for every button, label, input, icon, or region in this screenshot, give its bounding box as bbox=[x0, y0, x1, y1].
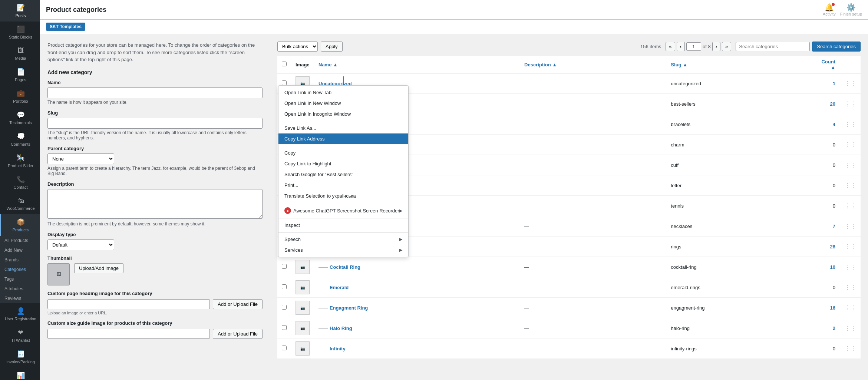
row-checkbox[interactable] bbox=[282, 305, 287, 310]
context-menu-item-copy-link-address[interactable]: Copy Link Address bbox=[278, 133, 408, 144]
category-link[interactable]: Emerald bbox=[330, 285, 349, 290]
size-guide-input[interactable] bbox=[47, 329, 210, 339]
row-drag-handle[interactable]: ⋮⋮ bbox=[840, 175, 861, 196]
count-link[interactable]: 16 bbox=[830, 305, 835, 311]
category-link[interactable]: Infinity bbox=[330, 346, 346, 351]
sidebar-item-ti-wishlist[interactable]: ❤ TI Wishlist bbox=[0, 325, 40, 346]
slug-input[interactable] bbox=[47, 118, 263, 129]
row-drag-handle[interactable]: ⋮⋮ bbox=[840, 338, 861, 359]
row-drag-handle[interactable]: ⋮⋮ bbox=[840, 237, 861, 257]
submenu-categories[interactable]: Categories bbox=[0, 265, 40, 274]
sidebar-item-comments[interactable]: 💭 Comments bbox=[0, 129, 40, 150]
last-page-btn[interactable]: » bbox=[722, 42, 731, 51]
sidebar-item-portfolio[interactable]: 💼 Portfolio bbox=[0, 86, 40, 107]
row-checkbox[interactable] bbox=[282, 346, 287, 350]
context-menu-item-awesome-chatgpt[interactable]: ●Awesome ChatGPT Screenshot Screen Recor… bbox=[278, 205, 408, 217]
sidebar-item-contact[interactable]: 📞 Contact bbox=[0, 172, 40, 193]
add-file-button-2[interactable]: Add or Upload File bbox=[213, 329, 263, 339]
row-drag-handle[interactable]: ⋮⋮ bbox=[840, 318, 861, 338]
count-link[interactable]: 4 bbox=[833, 122, 835, 127]
row-drag-handle[interactable]: ⋮⋮ bbox=[840, 155, 861, 175]
category-link[interactable]: Halo Ring bbox=[330, 326, 352, 331]
prev-page-btn[interactable]: ‹ bbox=[677, 42, 685, 51]
count-sort-link[interactable]: Count ▲ bbox=[821, 59, 835, 70]
row-drag-handle[interactable]: ⋮⋮ bbox=[840, 277, 861, 298]
display-type-select[interactable]: Default bbox=[47, 239, 114, 250]
row-checkbox[interactable] bbox=[282, 325, 287, 330]
col-header-name[interactable]: Name ▲ bbox=[314, 56, 520, 73]
row-drag-handle[interactable]: ⋮⋮ bbox=[840, 257, 861, 277]
add-file-button[interactable]: Add or Upload File bbox=[213, 299, 263, 309]
name-input[interactable] bbox=[47, 87, 263, 98]
sidebar-item-woocommerce[interactable]: 🛍 WooCommerce bbox=[0, 193, 40, 214]
submenu-attributes[interactable]: Attributes bbox=[0, 284, 40, 294]
row-checkbox[interactable] bbox=[282, 80, 287, 85]
sidebar-item-media[interactable]: 🖼 Media bbox=[0, 43, 40, 64]
sidebar-item-product-slider[interactable]: 🎠 Product Slider bbox=[0, 150, 40, 172]
upload-image-button[interactable]: Upload/Add image bbox=[74, 263, 123, 273]
row-drag-handle[interactable]: ⋮⋮ bbox=[840, 135, 861, 155]
sidebar-item-user-registration[interactable]: 👤 User Registration bbox=[0, 303, 40, 325]
row-drag-handle[interactable]: ⋮⋮ bbox=[840, 216, 861, 237]
count-link[interactable]: 1 bbox=[833, 81, 835, 86]
row-checkbox[interactable] bbox=[282, 264, 287, 269]
search-button[interactable]: Search categories bbox=[812, 42, 861, 52]
context-menu-item-open-new-window[interactable]: Open Link in New Window bbox=[278, 98, 408, 109]
col-header-slug[interactable]: Slug ▲ bbox=[666, 56, 817, 73]
select-all-checkbox[interactable] bbox=[282, 62, 287, 66]
row-drag-handle[interactable]: ⋮⋮ bbox=[840, 114, 861, 135]
context-menu-item-translate[interactable]: Translate Selection to українська bbox=[278, 191, 408, 201]
sidebar-item-analytics[interactable]: 📊 Analytics bbox=[0, 368, 40, 380]
context-menu-item-speech[interactable]: Speech▶ bbox=[278, 234, 408, 245]
count-link[interactable]: 2 bbox=[833, 326, 835, 331]
row-checkbox[interactable] bbox=[282, 284, 287, 289]
col-header-count[interactable]: Count ▲ bbox=[817, 56, 840, 73]
count-link[interactable]: 28 bbox=[830, 244, 835, 250]
next-page-btn[interactable]: › bbox=[712, 42, 720, 51]
context-menu-item-copy-link-to-highlight[interactable]: Copy Link to Highlight bbox=[278, 158, 408, 169]
sidebar-item-static-blocks[interactable]: ⬛ Static Blocks bbox=[0, 22, 40, 43]
name-sort-link[interactable]: Name ▲ bbox=[319, 62, 338, 67]
count-link[interactable]: 7 bbox=[833, 224, 835, 229]
context-menu-item-print[interactable]: Print... bbox=[278, 180, 408, 191]
search-input[interactable] bbox=[736, 42, 810, 51]
page-input[interactable] bbox=[686, 42, 701, 51]
bulk-actions-select[interactable]: Bulk actions bbox=[277, 42, 318, 52]
sidebar-item-products[interactable]: 📦 Products bbox=[0, 214, 40, 236]
row-drag-handle[interactable]: ⋮⋮ bbox=[840, 298, 861, 318]
context-menu-item-copy[interactable]: Copy bbox=[278, 148, 408, 158]
context-menu-item-search-google[interactable]: Search Google for "Best sellers" bbox=[278, 169, 408, 180]
sidebar-item-posts[interactable]: 📝 Posts bbox=[0, 0, 40, 22]
submenu-add-new[interactable]: Add New bbox=[0, 245, 40, 255]
submenu-reviews[interactable]: Reviews bbox=[0, 294, 40, 303]
custom-img-input[interactable] bbox=[47, 299, 210, 309]
apply-button[interactable]: Apply bbox=[321, 42, 343, 52]
category-link[interactable]: Cocktail Ring bbox=[330, 264, 360, 270]
submenu-brands[interactable]: Brands bbox=[0, 255, 40, 265]
context-menu-item-inspect[interactable]: Inspect bbox=[278, 220, 408, 231]
context-menu-item-services[interactable]: Services▶ bbox=[278, 245, 408, 255]
first-page-btn[interactable]: « bbox=[666, 42, 675, 51]
activity-button[interactable]: 🔔 Activity bbox=[823, 3, 836, 16]
category-link[interactable]: Engagment Ring bbox=[330, 305, 368, 311]
context-menu-item-open-incognito[interactable]: Open Link in Incognito Window bbox=[278, 109, 408, 119]
parent-select[interactable]: None bbox=[47, 153, 114, 164]
row-drag-handle[interactable]: ⋮⋮ bbox=[840, 94, 861, 114]
sidebar-item-testimonials[interactable]: 💬 Testimonials bbox=[0, 107, 40, 129]
context-menu-item-open-new-tab[interactable]: Open Link in New Tab bbox=[278, 87, 408, 98]
count-link[interactable]: 20 bbox=[830, 101, 835, 107]
sidebar-item-invoice-packing[interactable]: 🧾 Invoice/Packing bbox=[0, 346, 40, 368]
slug-sort-link[interactable]: Slug ▲ bbox=[671, 62, 687, 67]
sidebar-item-pages[interactable]: 📄 Pages bbox=[0, 64, 40, 86]
finish-setup-button[interactable]: ⚙️ Finish setup bbox=[840, 3, 862, 16]
col-header-description[interactable]: Description ▲ bbox=[520, 56, 666, 73]
desc-sort-link[interactable]: Description ▲ bbox=[524, 62, 557, 67]
description-textarea[interactable] bbox=[47, 189, 263, 219]
submenu-all-products[interactable]: All Products bbox=[0, 236, 40, 245]
count-link[interactable]: 10 bbox=[830, 264, 835, 270]
submenu-tags[interactable]: Tags bbox=[0, 274, 40, 284]
context-menu-item-save-link-as[interactable]: Save Link As... bbox=[278, 123, 408, 133]
row-drag-handle[interactable]: ⋮⋮ bbox=[840, 196, 861, 216]
skt-badge[interactable]: SKT Templates bbox=[46, 23, 85, 31]
row-drag-handle[interactable]: ⋮⋮ bbox=[840, 73, 861, 94]
